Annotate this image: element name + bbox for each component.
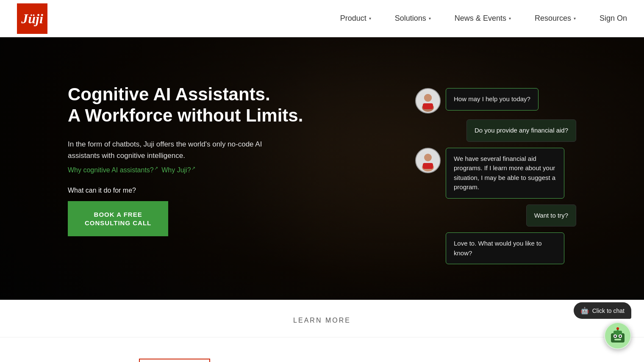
chat-row-1: How may I help you today? [415, 88, 576, 113]
assistant-avatar-icon [416, 89, 440, 113]
chevron-down-icon: ▾ [369, 16, 371, 21]
chevron-down-icon: ▾ [574, 16, 576, 21]
chat-text-3: We have several financial aid programs. … [454, 155, 555, 191]
why-cognitive-link[interactable]: Why cognitive AI assistants? [68, 166, 158, 174]
chat-bubble-3: We have several financial aid programs. … [446, 148, 564, 199]
chevron-down-icon: ▾ [429, 16, 431, 21]
chat-bubble-2: Do you provide any financial aid? [466, 119, 576, 142]
chat-bubble-5: Love to. What would you like to know? [446, 232, 564, 264]
navbar: Jüji Product ▾ Solutions ▾ News & Events… [0, 0, 644, 37]
avatar-2 [415, 148, 441, 173]
chat-text-1: How may I help you today? [454, 95, 530, 102]
chat-widget-icon: 🤖 [580, 307, 589, 315]
chat-text-4: Want to try? [534, 212, 568, 219]
chat-widget-bubble[interactable]: 🤖 Click to chat [574, 302, 631, 319]
hero-chat-panel: How may I help you today? Do you provide… [415, 80, 576, 264]
nav-item-news-events[interactable]: News & Events ▾ [443, 14, 523, 23]
assistant-avatar-icon-2 [416, 149, 440, 172]
book-consulting-button[interactable]: BOOK A FREECONSULTING CALL [68, 201, 168, 236]
hero-title-line1: Cognitive AI Assistants. [68, 84, 270, 104]
nav-item-product[interactable]: Product ▾ [328, 14, 383, 23]
cta-label: What can it do for me? [68, 187, 303, 194]
nav-solutions-label: Solutions [395, 14, 426, 23]
svg-point-15 [619, 335, 621, 337]
logo-text: Jüji [21, 12, 43, 25]
nav-item-solutions[interactable]: Solutions ▾ [383, 14, 443, 23]
hero-description: In the form of chatbots, Juji offers the… [68, 138, 280, 161]
nav-links: Product ▾ Solutions ▾ News & Events ▾ Re… [328, 14, 588, 23]
cta-button-label: BOOK A FREECONSULTING CALL [85, 211, 151, 227]
hero-title-line2: A Workforce without Limits. [68, 105, 303, 125]
nav-product-label: Product [340, 14, 366, 23]
chat-row-3: We have several financial aid programs. … [415, 148, 576, 199]
svg-rect-8 [423, 163, 433, 169]
learn-more-label: LEARN MORE [293, 317, 351, 324]
logo-axios: AXIOS [34, 359, 82, 362]
nav-link-news-events[interactable]: News & Events ▾ [455, 14, 511, 23]
chat-row-5: Love to. What would you like to know? [415, 232, 576, 264]
learn-more-section: LEARN MORE [0, 300, 644, 337]
logos-section: AXIOS InfoWorld The New York Times Ventu… [0, 337, 644, 362]
robot-icon [605, 323, 630, 348]
nav-link-resources[interactable]: Resources ▾ [535, 14, 576, 23]
site-logo[interactable]: Jüji [17, 3, 47, 34]
sign-on-link[interactable]: Sign On [588, 14, 627, 23]
svg-point-3 [424, 94, 432, 102]
svg-rect-16 [614, 339, 621, 340]
zdnet-text: ZDNet [570, 360, 610, 362]
chat-bubble-4: Want to try? [526, 204, 576, 227]
nav-item-resources[interactable]: Resources ▾ [523, 14, 588, 23]
svg-point-14 [614, 335, 616, 337]
svg-point-6 [424, 154, 432, 161]
hero-links: Why cognitive AI assistants? Why Juji? [68, 166, 303, 174]
venturebeat-text: VentureBeat [438, 361, 513, 362]
chat-text-2: Do you provide any financial aid? [475, 127, 568, 134]
chevron-down-icon: ▾ [509, 16, 511, 21]
chat-row-2: Do you provide any financial aid? [415, 119, 576, 142]
chat-bubble-1: How may I help you today? [446, 88, 539, 111]
nav-link-product[interactable]: Product ▾ [340, 14, 371, 23]
nav-news-label: News & Events [455, 14, 506, 23]
chat-widget-avatar[interactable] [604, 322, 631, 349]
hero-left-panel: Cognitive AI Assistants. A Workforce wit… [68, 80, 303, 236]
axios-text: AXIOS [34, 359, 82, 362]
chat-widget[interactable]: 🤖 Click to chat [574, 302, 631, 349]
hero-title: Cognitive AI Assistants. A Workforce wit… [68, 84, 303, 127]
logo-zdnet: ZDNet [570, 360, 610, 362]
chat-text-5: Love to. What would you like to know? [454, 240, 542, 257]
svg-point-18 [616, 327, 619, 330]
nav-link-solutions[interactable]: Solutions ▾ [395, 14, 431, 23]
logo-venturebeat: VentureBeat [438, 361, 513, 362]
avatar-1 [415, 88, 441, 113]
why-juji-link[interactable]: Why Juji? [161, 166, 195, 174]
logo-infoworld: InfoWorld [139, 359, 210, 362]
hero-section: Cognitive AI Assistants. A Workforce wit… [0, 37, 644, 300]
svg-rect-4 [423, 103, 433, 109]
chat-widget-text: Click to chat [592, 307, 625, 314]
chat-row-4: Want to try? [415, 204, 576, 227]
hero-content: Cognitive AI Assistants. A Workforce wit… [0, 37, 644, 300]
nav-resources-label: Resources [535, 14, 571, 23]
